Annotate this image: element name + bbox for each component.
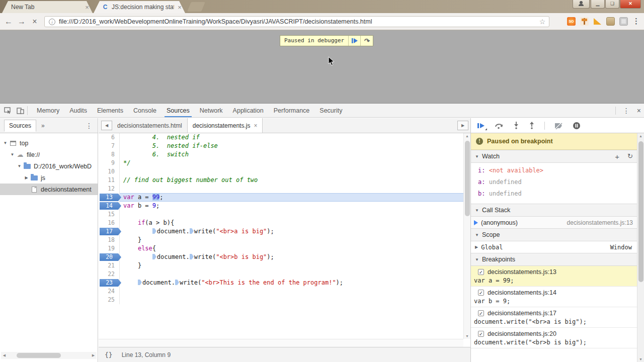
forward-button[interactable]: → bbox=[16, 17, 27, 27]
window-close-button[interactable]: ✕ bbox=[620, 0, 641, 9]
editor-tab-close-icon[interactable]: × bbox=[254, 122, 257, 129]
debugger-vscrollbar[interactable]: ▲ ▼ bbox=[637, 133, 644, 362]
code-area[interactable]: 6 4. nested if7 5. nested if-else8 6. sw… bbox=[99, 133, 463, 339]
code-line-text[interactable]: 5. nested if-else bbox=[120, 142, 463, 150]
code-line-text[interactable]: 6. switch bbox=[120, 150, 463, 159]
step-over-button[interactable] bbox=[495, 122, 504, 129]
devtools-tab-memory[interactable]: Memory bbox=[32, 104, 64, 117]
line-number[interactable]: 19 bbox=[99, 244, 120, 253]
code-line-text[interactable] bbox=[120, 210, 463, 219]
address-bar[interactable]: i file:///D:/2016_work/WebDevelopmentOnl… bbox=[44, 16, 549, 27]
watch-item-b[interactable]: b: undefined bbox=[471, 188, 637, 200]
inline-breakpoint-marker[interactable] bbox=[175, 280, 179, 285]
line-number[interactable]: 11 bbox=[99, 176, 120, 185]
step-into-button[interactable] bbox=[513, 122, 519, 129]
editor-tab-js[interactable]: decisionstatements.js × bbox=[187, 118, 263, 133]
collapse-navigator-icon[interactable]: ◀ bbox=[101, 121, 112, 130]
breakpoint-checkbox[interactable]: ✓ bbox=[478, 331, 484, 337]
inspect-element-icon[interactable] bbox=[4, 107, 12, 114]
browser-tab-active[interactable]: C JS:decision making state × bbox=[94, 1, 185, 13]
code-line-text[interactable] bbox=[120, 287, 463, 296]
breakpoints-section-header[interactable]: ▼ Breakpoints bbox=[471, 253, 637, 266]
scroll-up-icon[interactable]: ▲ bbox=[464, 134, 470, 138]
scope-entry-global[interactable]: ▶GlobalWindow bbox=[471, 241, 637, 253]
line-number[interactable]: 15 bbox=[99, 210, 120, 219]
breakpoint-checkbox[interactable]: ✓ bbox=[478, 310, 484, 316]
call-stack-section-header[interactable]: ▼ Call Stack bbox=[471, 204, 637, 217]
code-line-text[interactable]: var b = 9; bbox=[120, 202, 463, 210]
line-number[interactable]: 7 bbox=[99, 142, 120, 150]
code-line-text[interactable] bbox=[120, 296, 463, 304]
breakpoint-marker[interactable]: 23 bbox=[99, 279, 120, 287]
code-line-text[interactable]: if(a > b){ bbox=[120, 219, 463, 227]
so-extension-icon[interactable]: SO bbox=[567, 17, 576, 26]
breakpoint-marker[interactable]: 17 bbox=[99, 227, 120, 236]
banner-resume-button[interactable] bbox=[349, 36, 361, 46]
line-number[interactable]: 25 bbox=[99, 296, 120, 304]
devtools-tab-console[interactable]: Console bbox=[128, 104, 162, 117]
devtools-tab-sources[interactable]: Sources bbox=[162, 104, 195, 117]
breakpoint-checkbox[interactable]: ✓ bbox=[478, 290, 484, 296]
breakpoint-entry[interactable]: ✓decisionstatements.js:17document.write(… bbox=[471, 307, 637, 328]
editor-tab-html[interactable]: decisionstatements.html bbox=[112, 118, 187, 133]
resume-script-button[interactable] bbox=[477, 122, 485, 129]
disclosure-triangle-icon[interactable]: ▶ bbox=[23, 175, 30, 180]
line-number[interactable]: 18 bbox=[99, 236, 120, 244]
tree-item-top[interactable]: ▼top bbox=[0, 137, 98, 149]
tree-item-d-2016-work-webd[interactable]: ▼D:/2016_work/WebD bbox=[0, 160, 98, 172]
code-line-text[interactable]: // find out biggest number out of two bbox=[120, 176, 463, 185]
code-line-text[interactable]: 4. nested if bbox=[120, 133, 463, 142]
line-number[interactable]: 22 bbox=[99, 270, 120, 279]
devtools-tab-network[interactable]: Network bbox=[195, 104, 228, 117]
chevron-right-icon[interactable]: ▶ bbox=[475, 245, 478, 249]
tab-close-icon[interactable]: × bbox=[82, 4, 93, 11]
watch-item-i[interactable]: i: <not available> bbox=[471, 165, 637, 176]
refresh-watch-icon[interactable]: ↻ bbox=[627, 152, 633, 161]
line-number[interactable]: 16 bbox=[99, 219, 120, 227]
window-minimize-button[interactable]: ▁ bbox=[591, 0, 605, 9]
code-line-text[interactable] bbox=[120, 270, 463, 279]
window-restore-button[interactable]: ❏ bbox=[605, 0, 619, 9]
back-button[interactable]: ← bbox=[3, 17, 14, 27]
scroll-left-icon[interactable]: ◀ bbox=[1, 353, 8, 357]
scroll-right-icon[interactable]: ▶ bbox=[90, 353, 97, 357]
profile-button[interactable] bbox=[573, 0, 590, 9]
code-line-text[interactable]: } bbox=[120, 261, 463, 270]
add-watch-icon[interactable]: + bbox=[615, 152, 619, 161]
tab-close-icon[interactable]: × bbox=[174, 4, 185, 11]
inline-breakpoint-marker[interactable] bbox=[190, 228, 194, 234]
expand-debugger-icon[interactable]: ▶ bbox=[457, 121, 468, 130]
code-line-text[interactable]: document.write("<br>b is big"); bbox=[120, 253, 463, 261]
page-info-icon[interactable]: i bbox=[49, 19, 55, 25]
device-toolbar-icon[interactable] bbox=[17, 107, 24, 114]
scope-section-header[interactable]: ▼ Scope bbox=[471, 228, 637, 241]
devtools-tab-security[interactable]: Security bbox=[314, 104, 347, 117]
line-number[interactable]: 10 bbox=[99, 167, 120, 176]
code-line-text[interactable]: document.write("<br>This is the end of t… bbox=[120, 279, 463, 287]
devtools-menu-icon[interactable]: ⋮ bbox=[623, 107, 630, 115]
breakpoint-entry[interactable]: ✓decisionstatements.js:13var a = 99; bbox=[471, 266, 637, 287]
inline-breakpoint-marker[interactable] bbox=[152, 228, 156, 234]
breakpoint-marker[interactable]: 14 bbox=[99, 202, 120, 210]
scroll-up-icon[interactable]: ▲ bbox=[637, 134, 644, 138]
signpost-extension-icon[interactable] bbox=[580, 17, 589, 26]
code-line-text[interactable] bbox=[120, 167, 463, 176]
deactivate-breakpoints-button[interactable] bbox=[554, 122, 563, 129]
breakpoint-marker[interactable]: 13 bbox=[99, 193, 120, 202]
stop-reload-button[interactable]: × bbox=[29, 17, 40, 27]
devtools-tab-performance[interactable]: Performance bbox=[269, 104, 315, 117]
tree-item-file-[interactable]: ▼☁file:// bbox=[0, 149, 98, 160]
inline-breakpoint-marker[interactable] bbox=[152, 254, 156, 259]
devtools-tab-application[interactable]: Application bbox=[228, 104, 269, 117]
banner-step-over-button[interactable]: ↷ bbox=[361, 36, 373, 46]
editor-hscrollbar[interactable] bbox=[99, 339, 463, 347]
code-line-text[interactable] bbox=[120, 185, 463, 193]
line-number[interactable]: 9 bbox=[99, 159, 120, 167]
line-number[interactable]: 21 bbox=[99, 261, 120, 270]
breakpoint-entry[interactable]: ✓decisionstatements.js:20document.write(… bbox=[471, 328, 637, 348]
code-line-text[interactable]: document.write("<br>a is big"); bbox=[120, 227, 463, 236]
code-line-text[interactable]: else{ bbox=[120, 244, 463, 253]
disclosure-triangle-icon[interactable]: ▼ bbox=[16, 164, 23, 168]
call-stack-frame[interactable]: (anonymous)decisionstatements.js:13 bbox=[471, 217, 637, 228]
browser-tab-new-tab[interactable]: New Tab × bbox=[2, 1, 93, 13]
